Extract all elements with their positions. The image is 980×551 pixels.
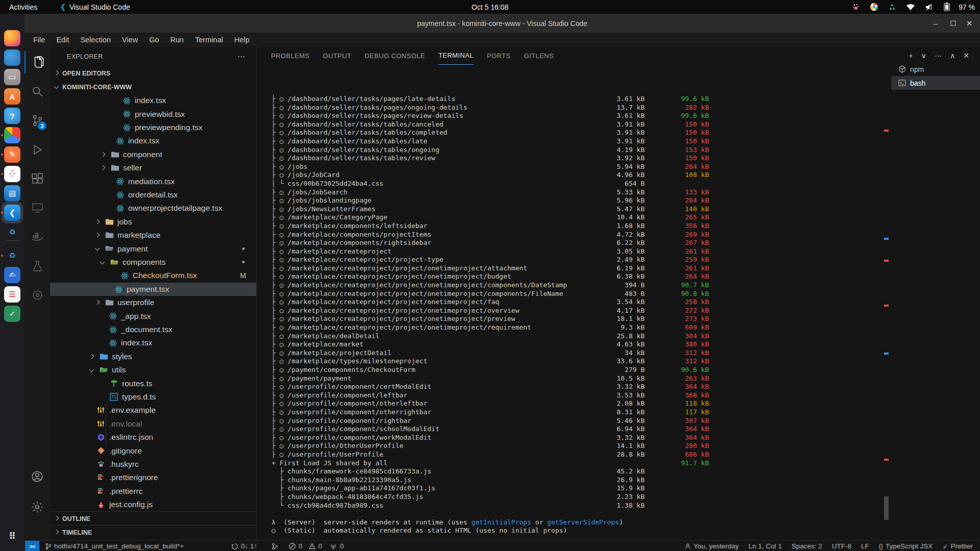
tree-item-mediation.tsx[interactable]: mediation.tsx bbox=[50, 174, 256, 188]
activity-account-icon[interactable] bbox=[24, 465, 50, 488]
menu-terminal[interactable]: Terminal bbox=[189, 33, 229, 47]
tree-item-utils[interactable]: utils bbox=[50, 363, 256, 377]
tree-item-.huskyrc[interactable]: .huskyrc bbox=[50, 458, 256, 471]
menu-run[interactable]: Run bbox=[165, 33, 190, 47]
more-actions-icon[interactable]: ⋯ bbox=[935, 52, 942, 60]
dock-app-thunderbird[interactable] bbox=[4, 49, 20, 66]
tree-item-_document.tsx[interactable]: _document.tsx bbox=[50, 323, 256, 336]
activity-source-control-icon[interactable]: 3 bbox=[24, 109, 50, 132]
tree-item-routes.ts[interactable]: routes.ts bbox=[50, 377, 256, 390]
tree-item-seller[interactable]: seller bbox=[50, 161, 256, 174]
panel-tab-output[interactable]: OUTPUT bbox=[323, 47, 351, 64]
minimize-button[interactable]: – bbox=[927, 14, 944, 33]
status-encoding[interactable]: UTF-8 bbox=[832, 542, 851, 550]
git-graph-button[interactable] bbox=[271, 541, 278, 551]
panel-tab-ports[interactable]: PORTS bbox=[487, 47, 511, 64]
tree-item-.env.local[interactable]: .env.local bbox=[50, 417, 256, 431]
tree-item-.prettierrc[interactable]: .prettierrc bbox=[50, 485, 256, 498]
close-panel-icon[interactable]: ✕ bbox=[963, 52, 969, 60]
tree-item-payment[interactable]: payment• bbox=[50, 242, 256, 255]
clock[interactable]: Oct 5 16:08 bbox=[0, 0, 980, 14]
activity-settings-icon[interactable] bbox=[24, 496, 50, 518]
dock-app-hub-blue[interactable]: ♻ bbox=[4, 224, 20, 240]
panel-tab-problems[interactable]: PROBLEMS bbox=[271, 47, 309, 64]
remote-indicator[interactable]: >< bbox=[25, 541, 39, 551]
dock-app-hub-blue-2[interactable]: ♻ bbox=[4, 247, 20, 264]
maximize-button[interactable] bbox=[944, 14, 962, 33]
dock-app-writer-app[interactable]: ✍ bbox=[4, 267, 20, 283]
tree-item-ownerprojectdetailpage.tsx[interactable]: ownerprojectdetailpage.tsx bbox=[50, 202, 256, 215]
panel-tab-debug-console[interactable]: DEBUG CONSOLE bbox=[364, 47, 425, 64]
tree-item-payment.tsx[interactable]: payment.tsx bbox=[50, 283, 256, 296]
menu-view[interactable]: View bbox=[116, 33, 143, 47]
status-eol[interactable]: LF bbox=[861, 542, 869, 550]
terminal-scrollbar[interactable] bbox=[884, 62, 889, 540]
open-editors-section[interactable]: OPEN EDITORS bbox=[50, 66, 256, 80]
ports-status[interactable]: 0 bbox=[329, 541, 344, 551]
tree-item-index.tsx[interactable]: index.tsx bbox=[50, 336, 256, 349]
dock-app-firefox[interactable] bbox=[4, 30, 20, 46]
status-language-mode[interactable]: {}TypeScript JSX bbox=[879, 542, 933, 550]
git-branch-status[interactable]: hotfix/4714_unit_test_debug_local_build*… bbox=[45, 541, 184, 551]
tree-item-component[interactable]: component bbox=[50, 148, 256, 161]
new-terminal-icon[interactable]: + bbox=[909, 52, 913, 60]
terminal-dropdown-icon[interactable]: ∨ bbox=[921, 52, 926, 60]
tree-item-index.tsx[interactable]: index.tsx bbox=[50, 94, 256, 107]
dock-app-chrome[interactable] bbox=[4, 127, 20, 143]
tree-item-components[interactable]: components• bbox=[50, 256, 256, 269]
tree-item-.gitignore[interactable]: .gitignore bbox=[50, 444, 256, 457]
status-indentation[interactable]: Spaces: 2 bbox=[792, 542, 822, 550]
tree-item-index.tsx[interactable]: index.tsx bbox=[50, 134, 256, 147]
menu-file[interactable]: File bbox=[28, 33, 51, 47]
activity-docker-icon[interactable] bbox=[24, 226, 50, 248]
dock-app-vscode[interactable]: ❮ bbox=[4, 205, 20, 221]
tree-item-userprofile[interactable]: userprofile bbox=[50, 296, 256, 309]
terminal-output[interactable]: ├ ○ /dashboard/seller/tasks/pages/late-d… bbox=[257, 95, 891, 551]
terminal-instance-bash[interactable]: bash bbox=[891, 76, 980, 90]
dock-app-monitor-app[interactable]: ▤ bbox=[4, 185, 20, 202]
dock-app-files[interactable]: ▭ bbox=[4, 69, 20, 85]
tree-item-CheckoutForm.tsx[interactable]: CheckoutForm.tsxM bbox=[50, 269, 256, 282]
terminal-instance-npm[interactable]: npm bbox=[891, 62, 980, 76]
tree-item-.prettierignore[interactable]: .prettierignore bbox=[50, 471, 256, 484]
vscode-title-bar[interactable]: payment.tsx - kominiti-core-www - Visual… bbox=[24, 14, 980, 33]
git-sync-status[interactable]: 0↓ 1↑ bbox=[231, 541, 257, 551]
status-cursor-position[interactable]: Ln 1, Col 1 bbox=[749, 542, 782, 550]
status-formatter[interactable]: ✓Prettier bbox=[942, 542, 973, 550]
panel-tab-gitlens[interactable]: GITLENS bbox=[524, 47, 553, 64]
status-gitlens-blame[interactable]: You, yesterday bbox=[684, 542, 739, 550]
problems-status[interactable]: 0 0 bbox=[288, 541, 322, 551]
explorer-more-actions-icon[interactable]: ⋯ bbox=[237, 52, 245, 61]
project-root-section[interactable]: KOMINITI-CORE-WWW bbox=[50, 80, 256, 94]
menu-selection[interactable]: Selection bbox=[75, 33, 116, 47]
dock-app-screwdriver-tool[interactable]: ✎ bbox=[4, 146, 20, 163]
tree-item-.env.example[interactable]: .env.example bbox=[50, 404, 256, 417]
menu-help[interactable]: Help bbox=[229, 33, 255, 47]
activity-search-icon[interactable] bbox=[24, 80, 50, 103]
activity-extensions-icon[interactable] bbox=[24, 167, 50, 190]
menu-edit[interactable]: Edit bbox=[51, 33, 75, 47]
dock-app-paint-app[interactable]: ☰ bbox=[4, 286, 20, 303]
activity-testing-icon[interactable] bbox=[24, 255, 50, 277]
menu-go[interactable]: Go bbox=[143, 33, 164, 47]
activity-run-debug-icon[interactable] bbox=[24, 138, 50, 161]
close-button[interactable]: ✕ bbox=[961, 14, 978, 33]
tree-item-jest.config.js[interactable]: jest.config.js bbox=[50, 498, 256, 511]
panel-tab-terminal[interactable]: TERMINAL bbox=[438, 47, 474, 65]
activity-remote-explorer-icon[interactable] bbox=[24, 196, 50, 219]
dock-app-slack[interactable]: ⁘ bbox=[4, 166, 20, 182]
dock-app-green-app[interactable]: ✓ bbox=[4, 306, 20, 322]
scrollbar-thumb[interactable] bbox=[884, 496, 889, 520]
activity-explorer-icon[interactable] bbox=[24, 51, 51, 73]
tree-item-styles[interactable]: styles bbox=[50, 350, 256, 363]
system-tray[interactable]: 97 % bbox=[849, 0, 975, 14]
tree-item-.eslintrc.json[interactable]: .eslintrc.json bbox=[50, 431, 256, 444]
tree-item-types.d.ts[interactable]: TStypes.d.ts bbox=[50, 390, 256, 404]
maximize-panel-icon[interactable]: ∧ bbox=[950, 52, 955, 60]
tree-item-_app.tsx[interactable]: _app.tsx bbox=[50, 309, 256, 322]
activity-gitlens-icon[interactable] bbox=[24, 284, 50, 306]
outline-section[interactable]: OUTLINE bbox=[50, 511, 256, 525]
dock-app-help[interactable]: ? bbox=[4, 108, 20, 124]
timeline-section[interactable]: TIMELINE bbox=[50, 525, 256, 539]
tree-item-previewpending.tsx[interactable]: previewpending.tsx bbox=[50, 121, 256, 134]
